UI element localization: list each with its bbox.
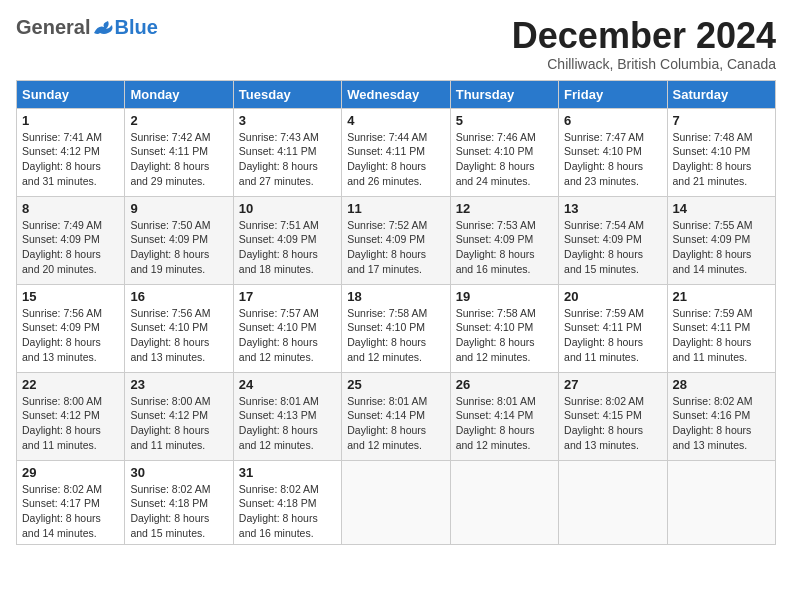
day-number: 8 xyxy=(22,201,119,216)
day-info: Sunrise: 7:42 AM Sunset: 4:11 PM Dayligh… xyxy=(130,130,227,189)
calendar-cell: 16 Sunrise: 7:56 AM Sunset: 4:10 PM Dayl… xyxy=(125,284,233,372)
page-header: General Blue December 2024 Chilliwack, B… xyxy=(16,16,776,72)
day-number: 18 xyxy=(347,289,444,304)
day-info: Sunrise: 7:43 AM Sunset: 4:11 PM Dayligh… xyxy=(239,130,336,189)
calendar-cell: 4 Sunrise: 7:44 AM Sunset: 4:11 PM Dayli… xyxy=(342,108,450,196)
calendar-col-sunday: Sunday xyxy=(17,80,125,108)
day-number: 5 xyxy=(456,113,553,128)
logo: General Blue xyxy=(16,16,158,39)
calendar-cell: 23 Sunrise: 8:00 AM Sunset: 4:12 PM Dayl… xyxy=(125,372,233,460)
calendar-cell: 6 Sunrise: 7:47 AM Sunset: 4:10 PM Dayli… xyxy=(559,108,667,196)
calendar-cell: 9 Sunrise: 7:50 AM Sunset: 4:09 PM Dayli… xyxy=(125,196,233,284)
day-number: 2 xyxy=(130,113,227,128)
calendar-cell: 12 Sunrise: 7:53 AM Sunset: 4:09 PM Dayl… xyxy=(450,196,558,284)
day-number: 17 xyxy=(239,289,336,304)
day-info: Sunrise: 8:02 AM Sunset: 4:17 PM Dayligh… xyxy=(22,482,119,541)
day-number: 29 xyxy=(22,465,119,480)
calendar-cell xyxy=(559,460,667,545)
calendar-col-friday: Friday xyxy=(559,80,667,108)
day-info: Sunrise: 8:02 AM Sunset: 4:18 PM Dayligh… xyxy=(239,482,336,541)
day-info: Sunrise: 7:48 AM Sunset: 4:10 PM Dayligh… xyxy=(673,130,770,189)
calendar-cell: 10 Sunrise: 7:51 AM Sunset: 4:09 PM Dayl… xyxy=(233,196,341,284)
calendar-cell: 27 Sunrise: 8:02 AM Sunset: 4:15 PM Dayl… xyxy=(559,372,667,460)
day-number: 20 xyxy=(564,289,661,304)
day-number: 27 xyxy=(564,377,661,392)
calendar-cell: 2 Sunrise: 7:42 AM Sunset: 4:11 PM Dayli… xyxy=(125,108,233,196)
day-info: Sunrise: 8:00 AM Sunset: 4:12 PM Dayligh… xyxy=(22,394,119,453)
day-info: Sunrise: 7:52 AM Sunset: 4:09 PM Dayligh… xyxy=(347,218,444,277)
day-info: Sunrise: 7:49 AM Sunset: 4:09 PM Dayligh… xyxy=(22,218,119,277)
day-number: 11 xyxy=(347,201,444,216)
calendar-cell: 26 Sunrise: 8:01 AM Sunset: 4:14 PM Dayl… xyxy=(450,372,558,460)
day-info: Sunrise: 7:53 AM Sunset: 4:09 PM Dayligh… xyxy=(456,218,553,277)
day-info: Sunrise: 7:44 AM Sunset: 4:11 PM Dayligh… xyxy=(347,130,444,189)
title-block: December 2024 Chilliwack, British Columb… xyxy=(512,16,776,72)
day-info: Sunrise: 7:57 AM Sunset: 4:10 PM Dayligh… xyxy=(239,306,336,365)
day-info: Sunrise: 7:51 AM Sunset: 4:09 PM Dayligh… xyxy=(239,218,336,277)
day-info: Sunrise: 7:46 AM Sunset: 4:10 PM Dayligh… xyxy=(456,130,553,189)
day-number: 26 xyxy=(456,377,553,392)
day-number: 16 xyxy=(130,289,227,304)
day-number: 12 xyxy=(456,201,553,216)
day-number: 15 xyxy=(22,289,119,304)
calendar-cell xyxy=(667,460,775,545)
calendar-cell: 13 Sunrise: 7:54 AM Sunset: 4:09 PM Dayl… xyxy=(559,196,667,284)
day-number: 31 xyxy=(239,465,336,480)
calendar-week-row: 15 Sunrise: 7:56 AM Sunset: 4:09 PM Dayl… xyxy=(17,284,776,372)
day-info: Sunrise: 8:01 AM Sunset: 4:13 PM Dayligh… xyxy=(239,394,336,453)
calendar-cell xyxy=(450,460,558,545)
calendar-cell xyxy=(342,460,450,545)
day-number: 6 xyxy=(564,113,661,128)
calendar-table: SundayMondayTuesdayWednesdayThursdayFrid… xyxy=(16,80,776,546)
calendar-col-wednesday: Wednesday xyxy=(342,80,450,108)
day-number: 13 xyxy=(564,201,661,216)
day-info: Sunrise: 8:01 AM Sunset: 4:14 PM Dayligh… xyxy=(347,394,444,453)
calendar-cell: 30 Sunrise: 8:02 AM Sunset: 4:18 PM Dayl… xyxy=(125,460,233,545)
calendar-col-thursday: Thursday xyxy=(450,80,558,108)
day-number: 24 xyxy=(239,377,336,392)
calendar-cell: 19 Sunrise: 7:58 AM Sunset: 4:10 PM Dayl… xyxy=(450,284,558,372)
day-number: 22 xyxy=(22,377,119,392)
day-info: Sunrise: 8:02 AM Sunset: 4:18 PM Dayligh… xyxy=(130,482,227,541)
day-info: Sunrise: 7:59 AM Sunset: 4:11 PM Dayligh… xyxy=(673,306,770,365)
calendar-cell: 22 Sunrise: 8:00 AM Sunset: 4:12 PM Dayl… xyxy=(17,372,125,460)
day-info: Sunrise: 8:01 AM Sunset: 4:14 PM Dayligh… xyxy=(456,394,553,453)
location: Chilliwack, British Columbia, Canada xyxy=(512,56,776,72)
calendar-col-saturday: Saturday xyxy=(667,80,775,108)
logo-general: General xyxy=(16,16,90,39)
day-info: Sunrise: 7:58 AM Sunset: 4:10 PM Dayligh… xyxy=(456,306,553,365)
calendar-week-row: 8 Sunrise: 7:49 AM Sunset: 4:09 PM Dayli… xyxy=(17,196,776,284)
calendar-week-row: 29 Sunrise: 8:02 AM Sunset: 4:17 PM Dayl… xyxy=(17,460,776,545)
day-number: 10 xyxy=(239,201,336,216)
day-number: 25 xyxy=(347,377,444,392)
calendar-cell: 20 Sunrise: 7:59 AM Sunset: 4:11 PM Dayl… xyxy=(559,284,667,372)
calendar-col-monday: Monday xyxy=(125,80,233,108)
calendar-cell: 7 Sunrise: 7:48 AM Sunset: 4:10 PM Dayli… xyxy=(667,108,775,196)
day-number: 1 xyxy=(22,113,119,128)
day-number: 3 xyxy=(239,113,336,128)
calendar-cell: 8 Sunrise: 7:49 AM Sunset: 4:09 PM Dayli… xyxy=(17,196,125,284)
day-number: 23 xyxy=(130,377,227,392)
calendar-cell: 31 Sunrise: 8:02 AM Sunset: 4:18 PM Dayl… xyxy=(233,460,341,545)
day-info: Sunrise: 8:00 AM Sunset: 4:12 PM Dayligh… xyxy=(130,394,227,453)
day-number: 19 xyxy=(456,289,553,304)
day-number: 14 xyxy=(673,201,770,216)
day-info: Sunrise: 7:47 AM Sunset: 4:10 PM Dayligh… xyxy=(564,130,661,189)
logo-bird-icon xyxy=(92,19,114,37)
calendar-header-row: SundayMondayTuesdayWednesdayThursdayFrid… xyxy=(17,80,776,108)
month-title: December 2024 xyxy=(512,16,776,56)
calendar-cell: 3 Sunrise: 7:43 AM Sunset: 4:11 PM Dayli… xyxy=(233,108,341,196)
day-number: 9 xyxy=(130,201,227,216)
day-info: Sunrise: 7:56 AM Sunset: 4:09 PM Dayligh… xyxy=(22,306,119,365)
day-info: Sunrise: 7:41 AM Sunset: 4:12 PM Dayligh… xyxy=(22,130,119,189)
calendar-cell: 17 Sunrise: 7:57 AM Sunset: 4:10 PM Dayl… xyxy=(233,284,341,372)
calendar-week-row: 22 Sunrise: 8:00 AM Sunset: 4:12 PM Dayl… xyxy=(17,372,776,460)
day-info: Sunrise: 7:55 AM Sunset: 4:09 PM Dayligh… xyxy=(673,218,770,277)
calendar-cell: 21 Sunrise: 7:59 AM Sunset: 4:11 PM Dayl… xyxy=(667,284,775,372)
day-number: 30 xyxy=(130,465,227,480)
calendar-col-tuesday: Tuesday xyxy=(233,80,341,108)
calendar-cell: 18 Sunrise: 7:58 AM Sunset: 4:10 PM Dayl… xyxy=(342,284,450,372)
calendar-cell: 15 Sunrise: 7:56 AM Sunset: 4:09 PM Dayl… xyxy=(17,284,125,372)
calendar-week-row: 1 Sunrise: 7:41 AM Sunset: 4:12 PM Dayli… xyxy=(17,108,776,196)
day-number: 28 xyxy=(673,377,770,392)
